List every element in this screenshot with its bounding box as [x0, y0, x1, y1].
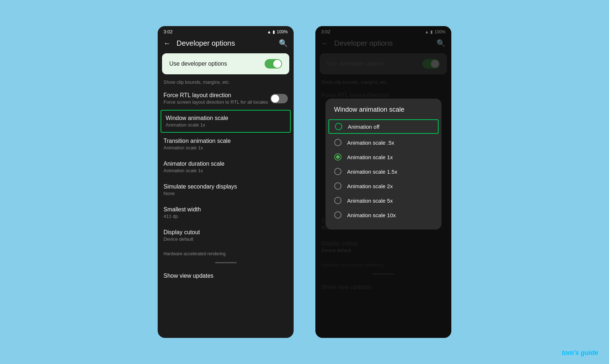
wifi-icon-left: ▲ — [267, 29, 271, 34]
app-bar-left: ← Developer options 🔍 — [158, 36, 294, 50]
radio-scale-1[interactable] — [334, 153, 341, 161]
window-animation-subtitle: Animation scale 1x — [166, 122, 286, 128]
dev-toggle-switch-left[interactable] — [265, 59, 282, 69]
dialog-option-scale-1[interactable]: Animation scale 1x — [326, 150, 442, 164]
radio-scale-05[interactable] — [334, 139, 341, 146]
transition-animation-subtitle: Animation scale 1x — [163, 145, 288, 150]
status-bar-left: 3:02 ▲ ▮ 100% — [158, 26, 294, 36]
radio-scale-15[interactable] — [334, 168, 341, 175]
animator-duration-title: Animator duration scale — [163, 161, 288, 167]
radio-scale-10[interactable] — [334, 211, 341, 219]
setting-display-cutout[interactable]: Display cutout Device default — [158, 224, 294, 247]
hardware-section-header: Hardware accelerated rendering — [158, 247, 294, 258]
setting-smallest-width[interactable]: Smallest width 411 dp — [158, 201, 294, 224]
window-animation-dialog: Window animation scale Animation off Ani… — [326, 99, 442, 229]
display-cutout-subtitle: Device default — [163, 236, 288, 242]
smallest-width-title: Smallest width — [163, 206, 288, 213]
dialog-overlay: Window animation scale Animation off Ani… — [315, 26, 451, 338]
radio-animation-off[interactable] — [335, 123, 342, 130]
show-view-updates-text: Show view updates — [163, 273, 288, 279]
dialog-title: Window animation scale — [326, 106, 442, 119]
show-view-updates-title: Show view updates — [163, 273, 288, 279]
smallest-width-text: Smallest width 411 dp — [163, 206, 288, 219]
transition-animation-title: Transition animation scale — [163, 138, 288, 144]
right-phone: 3:02 ▲ ▮ 100% ← Developer options 🔍 Use … — [315, 26, 451, 338]
dev-toggle-label-left: Use developer options — [169, 61, 227, 67]
dialog-option-text-scale-5: Animation scale 5x — [347, 198, 393, 204]
animator-duration-text: Animator duration scale Animation scale … — [163, 161, 288, 173]
search-button-left[interactable]: 🔍 — [279, 39, 288, 47]
status-icons-left: ▲ ▮ 100% — [267, 29, 288, 34]
setting-animator-duration[interactable]: Animator duration scale Animation scale … — [158, 156, 294, 178]
toggle-thumb-left — [273, 60, 281, 68]
radio-scale-2[interactable] — [334, 182, 341, 190]
setting-show-view-updates[interactable]: Show view updates — [158, 268, 294, 284]
battery-icon-left: ▮ — [273, 29, 275, 34]
dialog-option-scale-15[interactable]: Animation scale 1.5x — [326, 164, 442, 179]
display-cutout-text: Display cutout Device default — [163, 229, 288, 242]
battery-percent-left: 100% — [277, 29, 288, 34]
dialog-option-scale-5[interactable]: Animation scale 5x — [326, 193, 442, 208]
left-content: Use developer options Show clip bounds, … — [158, 50, 294, 338]
toms-guide-watermark: tom's guide — [562, 349, 598, 357]
left-phone: 3:02 ▲ ▮ 100% ← Developer options 🔍 Use … — [158, 26, 294, 338]
simulate-displays-text: Simulate secondary displays None — [163, 183, 288, 196]
force-rtl-title: Force RTL layout direction — [163, 92, 270, 99]
animator-duration-subtitle: Animation scale 1x — [163, 168, 288, 173]
dialog-option-text-scale-2: Animation scale 2x — [347, 183, 393, 189]
dialog-option-text-scale-1: Animation scale 1x — [347, 154, 393, 160]
app-title-left: Developer options — [177, 39, 273, 47]
radio-inner-scale-1 — [336, 155, 340, 159]
window-animation-text: Window animation scale Animation scale 1… — [166, 115, 286, 128]
window-animation-title: Window animation scale — [166, 115, 286, 121]
dialog-option-scale-10[interactable]: Animation scale 10x — [326, 208, 442, 222]
dialog-option-animation-off[interactable]: Animation off — [328, 119, 439, 134]
setting-transition-animation[interactable]: Transition animation scale Animation sca… — [158, 133, 294, 156]
dialog-option-scale-2[interactable]: Animation scale 2x — [326, 179, 442, 193]
dev-options-toggle-left[interactable]: Use developer options — [162, 53, 289, 74]
force-rtl-toggle[interactable] — [270, 94, 288, 103]
dialog-option-scale-05[interactable]: Animation scale .5x — [326, 135, 442, 150]
display-cutout-title: Display cutout — [163, 229, 288, 236]
setting-simulate-displays[interactable]: Simulate secondary displays None — [158, 178, 294, 201]
smallest-width-subtitle: 411 dp — [163, 214, 288, 219]
force-rtl-thumb — [271, 95, 279, 103]
simulate-displays-title: Simulate secondary displays — [163, 183, 288, 190]
setting-window-animation[interactable]: Window animation scale Animation scale 1… — [161, 110, 291, 133]
dialog-option-text-animation-off: Animation off — [348, 124, 380, 130]
force-rtl-text: Force RTL layout direction Force screen … — [163, 92, 270, 105]
status-time-left: 3:02 — [163, 29, 173, 34]
dialog-option-text-scale-15: Animation scale 1.5x — [347, 169, 397, 175]
dialog-option-text-scale-10: Animation scale 10x — [347, 212, 396, 218]
setting-force-rtl[interactable]: Force RTL layout direction Force screen … — [158, 87, 294, 110]
radio-scale-5[interactable] — [334, 197, 341, 204]
transition-animation-text: Transition animation scale Animation sca… — [163, 138, 288, 150]
dialog-option-text-scale-05: Animation scale .5x — [347, 140, 394, 146]
force-rtl-subtitle: Force screen layout direction to RTL for… — [163, 99, 270, 105]
scrollbar-indicator-left — [215, 262, 237, 263]
simulate-displays-subtitle: None — [163, 191, 288, 196]
settings-list-left: Force RTL layout direction Force screen … — [158, 87, 294, 338]
back-button-left[interactable]: ← — [163, 39, 171, 47]
clip-text-left: Show clip bounds, margins, etc. — [158, 77, 294, 87]
